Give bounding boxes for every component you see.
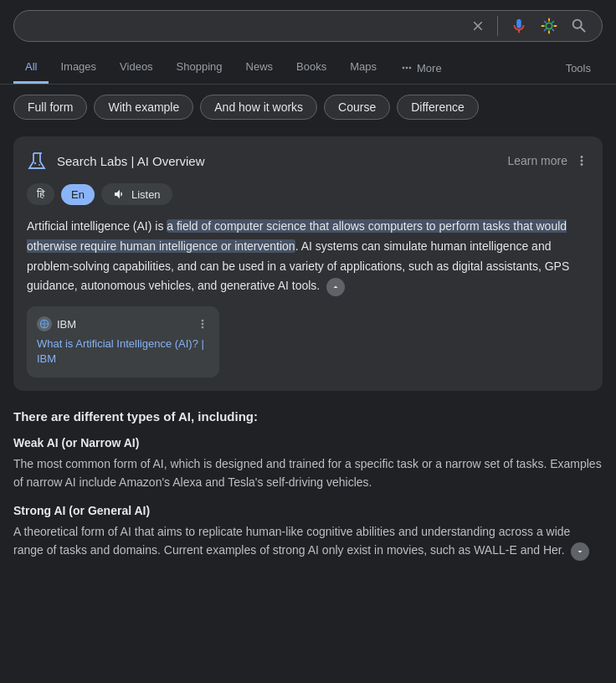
strong-ai-title: Strong AI (or General AI) — [13, 504, 603, 517]
ai-overview-card: Search Labs | AI Overview Learn more हि … — [13, 136, 603, 391]
tab-images[interactable]: Images — [49, 52, 108, 84]
strong-ai-desc-text: A theoretical form of AI that aims to re… — [13, 525, 570, 557]
search-labs-icon — [27, 150, 49, 172]
ai-text-before: Artificial intelligence (AI) is — [27, 219, 167, 233]
search-input[interactable]: what is ai in computer science — [28, 18, 462, 33]
source-card-header: IBM — [37, 316, 209, 331]
svg-point-1 — [34, 162, 36, 164]
weak-ai-title: Weak AI (or Narrow AI) — [13, 436, 603, 449]
lang-hi-label: हि — [37, 187, 44, 201]
filter-chips: Full form With example And how it works … — [0, 85, 616, 130]
source-title: What is Artificial Intelligence (AI)? | … — [37, 336, 209, 367]
lang-hi-button[interactable]: हि — [27, 183, 54, 205]
voice-search-button[interactable] — [510, 17, 528, 35]
search-button[interactable] — [570, 17, 588, 35]
tab-all[interactable]: All — [13, 52, 49, 84]
more-label: More — [417, 62, 442, 74]
learn-more-button[interactable]: Learn more — [507, 154, 567, 167]
expand-button[interactable] — [571, 542, 589, 561]
search-divider — [497, 16, 498, 36]
strong-ai-desc: A theoretical form of AI that aims to re… — [13, 522, 603, 561]
ai-types-section: There are different types of AI, includi… — [0, 398, 616, 583]
ai-card-header: Search Labs | AI Overview Learn more — [27, 150, 589, 172]
svg-point-2 — [38, 164, 40, 166]
listen-button[interactable]: Listen — [101, 183, 172, 205]
source-menu-button[interactable] — [196, 317, 209, 331]
tab-more[interactable]: More — [388, 53, 454, 83]
ai-card-title: Search Labs | AI Overview — [27, 150, 204, 172]
search-bar[interactable]: what is ai in computer science — [13, 10, 603, 42]
tab-shopping[interactable]: Shopping — [165, 52, 234, 84]
lens-search-button[interactable] — [540, 17, 558, 35]
tab-videos[interactable]: Videos — [108, 52, 165, 84]
weak-ai-desc: The most common form of AI, which is des… — [13, 454, 603, 492]
ai-card-title-text: Search Labs | AI Overview — [57, 154, 204, 168]
chip-full-form[interactable]: Full form — [13, 95, 87, 120]
source-card[interactable]: IBM What is Artificial Intelligence (AI)… — [27, 306, 219, 377]
ai-overview-text: Artificial intelligence (AI) is a field … — [27, 217, 589, 296]
listen-icon — [113, 187, 126, 201]
ai-types-intro: There are different types of AI, includi… — [13, 408, 603, 427]
lang-en-label: En — [71, 188, 85, 201]
chip-how-it-works[interactable]: And how it works — [200, 95, 317, 120]
chip-course[interactable]: Course — [324, 95, 390, 120]
lang-en-button[interactable]: En — [61, 184, 95, 205]
language-row: हि En Listen — [27, 183, 589, 205]
tab-books[interactable]: Books — [285, 52, 338, 84]
tab-tools[interactable]: Tools — [554, 54, 603, 83]
source-favicon — [37, 316, 52, 331]
collapse-button[interactable] — [326, 278, 345, 296]
tab-news[interactable]: News — [234, 52, 285, 84]
clear-button[interactable] — [470, 18, 485, 33]
listen-label: Listen — [131, 188, 161, 201]
chip-with-example[interactable]: With example — [94, 95, 193, 120]
source-name: IBM — [37, 316, 76, 331]
svg-point-0 — [546, 23, 552, 28]
chip-difference[interactable]: Difference — [397, 95, 479, 120]
nav-tabs: All Images Videos Shopping News Books Ma… — [0, 52, 616, 85]
ai-card-menu-button[interactable] — [574, 153, 589, 168]
source-name-text: IBM — [57, 318, 76, 331]
ai-card-actions: Learn more — [507, 153, 589, 168]
tab-maps[interactable]: Maps — [338, 52, 388, 84]
